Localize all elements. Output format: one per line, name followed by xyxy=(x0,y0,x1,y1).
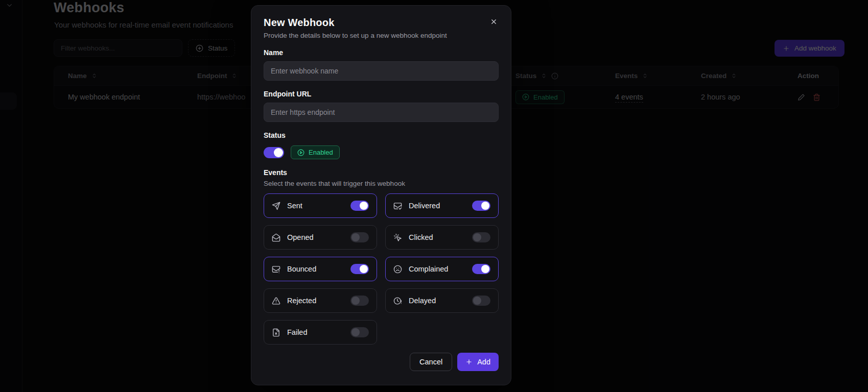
new-webhook-modal: New Webhook Provide the details below to… xyxy=(251,5,511,385)
add-button-label: Add xyxy=(477,358,490,366)
modal-title: New Webhook xyxy=(264,17,499,29)
event-card-sent[interactable]: Sent xyxy=(264,193,377,218)
event-toggle[interactable] xyxy=(472,201,490,211)
events-subtitle: Select the events that will trigger this… xyxy=(264,180,499,187)
event-toggle[interactable] xyxy=(350,201,369,211)
add-button[interactable]: Add xyxy=(457,353,499,371)
event-toggle[interactable] xyxy=(472,264,490,274)
event-toggle[interactable] xyxy=(472,296,490,306)
status-toggle[interactable] xyxy=(264,147,284,158)
mail-warning-icon xyxy=(272,265,280,274)
plus-icon xyxy=(465,358,473,365)
endpoint-url-input[interactable] xyxy=(264,103,499,122)
alert-triangle-icon xyxy=(272,297,280,305)
cancel-button[interactable]: Cancel xyxy=(410,353,452,371)
circle-play-icon xyxy=(297,149,304,156)
send-icon xyxy=(272,202,280,210)
event-card-bounced[interactable]: Bounced xyxy=(264,257,377,281)
close-icon xyxy=(490,18,498,26)
close-button[interactable] xyxy=(488,16,500,28)
mail-check-icon xyxy=(393,202,402,210)
event-card-rejected[interactable]: Rejected xyxy=(264,288,377,313)
endpoint-url-label: Endpoint URL xyxy=(264,90,499,98)
webhook-name-input[interactable] xyxy=(264,61,499,81)
toggle-knob xyxy=(274,148,283,157)
event-card-failed[interactable]: Failed xyxy=(264,320,377,345)
event-card-complained[interactable]: Complained xyxy=(385,257,499,281)
events-grid: Sent Delivered Opened Clicked Bounced Co… xyxy=(264,193,499,345)
modal-subtitle: Provide the details below to set up a ne… xyxy=(264,32,499,39)
status-enabled-badge: Enabled xyxy=(291,145,340,159)
event-card-clicked[interactable]: Clicked xyxy=(385,225,499,250)
event-toggle[interactable] xyxy=(350,264,369,274)
frown-icon xyxy=(393,265,402,274)
event-card-opened[interactable]: Opened xyxy=(264,225,377,250)
mail-open-icon xyxy=(272,233,280,242)
event-card-delivered[interactable]: Delivered xyxy=(385,193,499,218)
status-label: Status xyxy=(264,131,499,139)
events-label: Events xyxy=(264,168,499,177)
event-toggle[interactable] xyxy=(472,232,490,242)
name-label: Name xyxy=(264,48,499,57)
event-toggle[interactable] xyxy=(350,232,369,242)
event-toggle[interactable] xyxy=(350,296,369,306)
event-toggle[interactable] xyxy=(350,327,369,337)
file-x-icon xyxy=(272,328,280,337)
cursor-click-icon xyxy=(393,233,402,242)
event-card-delayed[interactable]: Delayed xyxy=(385,288,499,313)
clock-alert-icon xyxy=(393,297,402,305)
